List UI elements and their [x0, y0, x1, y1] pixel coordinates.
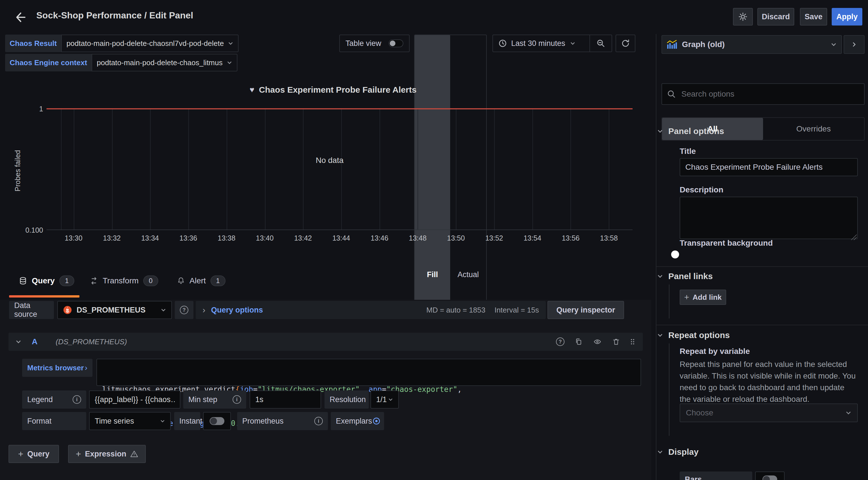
help-icon[interactable]: ? — [556, 338, 564, 346]
search-icon — [667, 90, 676, 98]
chevron-down-icon — [831, 41, 837, 47]
chevron-down-icon — [160, 307, 166, 313]
time-range-button[interactable]: Last 30 minutes — [493, 39, 589, 48]
bars-label: Bars — [680, 472, 752, 480]
chevron-down-icon — [657, 128, 663, 134]
repeat-options-header[interactable]: Repeat options — [657, 331, 730, 340]
tab-overrides[interactable]: Overrides — [763, 118, 864, 140]
format-select[interactable]: Time series — [89, 412, 171, 430]
trash-icon[interactable] — [612, 338, 620, 346]
x-tick: 13:58 — [590, 234, 628, 242]
chevron-down-icon — [657, 449, 663, 455]
plus-icon: + — [18, 449, 24, 459]
min-step-label: Min stepi — [183, 390, 246, 409]
panel-options-header[interactable]: Panel options — [657, 126, 724, 136]
variable-value-dropdown[interactable]: podtato-main-pod-delete-chaos_litmus — [92, 54, 238, 71]
options-search[interactable] — [661, 83, 865, 105]
chevron-down-icon — [15, 339, 22, 345]
repeat-by-variable-label: Repeat by variable — [680, 347, 750, 356]
section-divider — [656, 325, 868, 325]
x-tick: 13:38 — [207, 234, 246, 242]
promql-query-editor[interactable]: litmuschaos_experiment_verdict{job="litm… — [96, 359, 641, 386]
apply-button[interactable]: Apply — [832, 8, 862, 26]
grafana-edit-panel: Sock-Shop Performance / Edit Panel Disca… — [0, 0, 868, 480]
back-icon[interactable] — [15, 11, 27, 23]
exemplars-control: Exemplars — [331, 412, 384, 430]
variable-value-dropdown[interactable]: podtato-main-pod-delete-chaosnl7vd-pod-d… — [61, 35, 239, 52]
visualization-picker[interactable]: Graph (old) — [661, 35, 842, 54]
collapse-options-button[interactable] — [844, 35, 865, 54]
query-row-header[interactable]: A (DS_PROMETHEUS) ? — [8, 333, 643, 351]
section-indent-line — [669, 284, 670, 318]
page-title: Sock-Shop Performance / Edit Panel — [36, 10, 193, 21]
active-tab-indicator — [9, 295, 80, 298]
tab-alert[interactable]: Alert 1 — [177, 275, 225, 286]
heart-icon: ♥ — [250, 85, 254, 94]
warning-icon — [130, 450, 138, 457]
promql-line-1: litmuschaos_experiment_verdict{job="litm… — [102, 384, 636, 395]
duplicate-icon[interactable] — [575, 338, 583, 346]
time-range-label: Last 30 minutes — [511, 39, 565, 48]
save-button[interactable]: Save — [800, 8, 827, 26]
resolution-select[interactable]: 1/1 — [370, 390, 399, 409]
min-step-input[interactable] — [250, 390, 321, 409]
section-indent-line — [669, 343, 670, 436]
panel-links-header[interactable]: Panel links — [657, 271, 713, 281]
datasource-picker[interactable]: DS_PROMETHEUS — [57, 301, 172, 319]
y-tick-1: 1 — [21, 105, 43, 113]
plus-icon: + — [76, 449, 81, 459]
x-axis-ticks: 13:30 13:32 13:34 13:36 13:38 13:40 13:4… — [55, 234, 628, 242]
add-query-button[interactable]: + Query — [8, 445, 59, 463]
chevron-right-icon — [851, 41, 857, 47]
bars-toggle[interactable] — [763, 476, 777, 480]
chevron-right-icon: › — [203, 305, 205, 315]
drag-handle-icon[interactable] — [629, 338, 636, 346]
panel-title-input[interactable] — [680, 158, 858, 176]
x-tick: 13:40 — [246, 234, 284, 242]
tab-transform[interactable]: Transform 0 — [90, 275, 158, 286]
plot-area[interactable] — [46, 109, 632, 230]
instant-toggle-box — [203, 412, 231, 430]
eye-icon[interactable] — [593, 338, 602, 346]
zoom-out-icon — [596, 39, 605, 47]
tab-query[interactable]: Query 1 — [19, 275, 74, 286]
add-expression-button[interactable]: + Expression — [68, 445, 146, 463]
chevron-down-icon — [228, 40, 234, 46]
legend-input[interactable] — [89, 390, 180, 409]
x-tick: 13:46 — [360, 234, 399, 242]
database-icon — [19, 276, 27, 285]
settings-button[interactable] — [733, 8, 753, 26]
display-header[interactable]: Display — [657, 447, 699, 457]
transparent-background-label: Transparent background — [680, 239, 773, 248]
resize-handle[interactable] — [851, 234, 857, 240]
refresh-button[interactable] — [616, 35, 636, 52]
zoom-out-button[interactable] — [590, 35, 612, 52]
table-view-toggle[interactable] — [389, 39, 403, 47]
metrics-browser-button[interactable]: Metrics browser › — [22, 359, 92, 377]
gear-icon — [738, 12, 748, 22]
pane-divider[interactable] — [656, 34, 656, 480]
repeat-variable-select[interactable]: Choose — [680, 404, 858, 422]
description-label: Description — [680, 185, 723, 194]
prometheus-type-label: Prometheusi — [237, 412, 328, 430]
plus-icon: + — [684, 293, 689, 302]
panel-description-input[interactable] — [680, 197, 858, 239]
variable-label[interactable]: Chaos Engine context — [5, 54, 92, 71]
panel-title: ♥ Chaos Experiment Probe Failure Alerts — [250, 85, 416, 95]
instant-toggle[interactable] — [210, 417, 224, 425]
discard-button[interactable]: Discard — [757, 8, 794, 26]
variable-label[interactable]: Chaos Result — [5, 35, 61, 52]
chevron-down-icon — [657, 332, 663, 338]
chevron-down-icon — [388, 397, 393, 402]
query-options-link[interactable]: Query options — [211, 306, 263, 314]
datasource-help-button[interactable]: ? — [175, 301, 193, 319]
add-link-button[interactable]: + Add link — [680, 289, 726, 305]
query-options-bar[interactable]: › Query options MD = auto = 1853 Interva… — [196, 301, 546, 319]
x-tick: 13:42 — [284, 234, 322, 242]
query-inspector-button[interactable]: Query inspector — [548, 301, 624, 319]
chevron-down-icon — [160, 418, 165, 423]
info-icon: i — [314, 417, 323, 425]
options-search-input[interactable] — [680, 89, 859, 99]
transform-icon — [90, 277, 98, 285]
exemplars-icon[interactable] — [372, 417, 381, 425]
